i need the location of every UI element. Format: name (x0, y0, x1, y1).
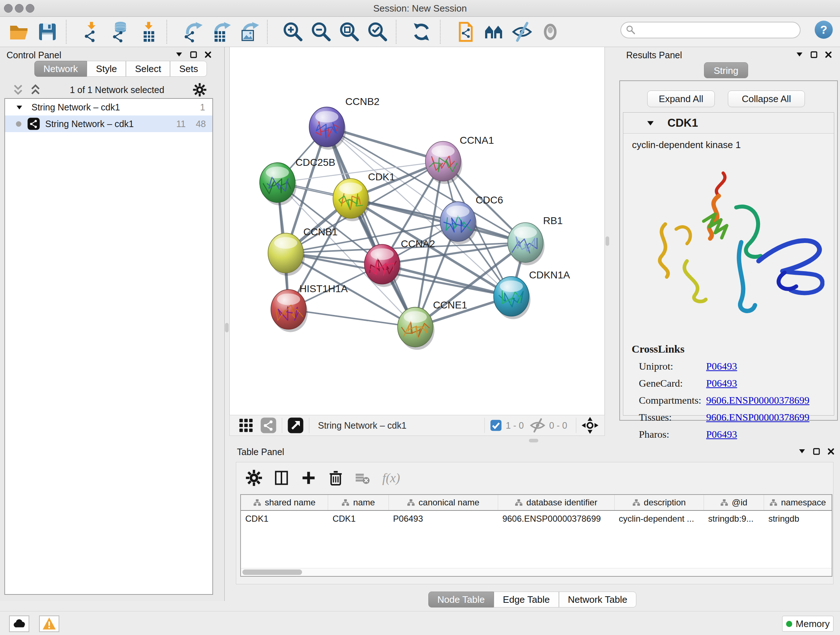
show-all-nodes-edges-button[interactable] (536, 19, 564, 45)
panel-collapse-icon[interactable] (174, 51, 184, 59)
hide-selected-button[interactable] (508, 19, 536, 45)
zoom-selected-region-button[interactable] (363, 19, 392, 45)
memory-button[interactable]: Memory (782, 616, 834, 632)
node-CCNA2[interactable] (364, 244, 401, 287)
column-header-id[interactable]: @id (704, 495, 764, 510)
show-columns-icon[interactable] (273, 470, 290, 486)
node-CCNB1[interactable] (268, 233, 305, 276)
tab-style[interactable]: Style (87, 61, 126, 77)
tab-edge-table[interactable]: Edge Table (494, 592, 559, 608)
apply-preferred-layout-button[interactable] (407, 19, 436, 45)
tab-string[interactable]: String (704, 62, 748, 78)
node-CDK1[interactable] (333, 179, 370, 221)
table-cell[interactable]: cyclin-dependent ... (614, 511, 704, 527)
table-close-icon[interactable] (826, 448, 836, 455)
network-graph[interactable]: CCNB2CCNA1CDC25BCDK1CDC6RB1CCNB1CCNA2CDK… (230, 47, 605, 414)
open-session-button[interactable] (5, 19, 33, 45)
left-splitter-handle[interactable] (225, 323, 229, 333)
results-float-icon[interactable] (809, 51, 819, 59)
network-view-canvas[interactable]: CCNB2CCNA1CDC25BCDK1CDC6RB1CCNB1CCNA2CDK… (229, 47, 605, 415)
birdseye-view-icon[interactable] (581, 417, 599, 434)
expand-all-networks-icon[interactable] (30, 84, 41, 96)
crosslink-link[interactable]: 9606.ENSP00000378699 (706, 412, 809, 423)
node-CDC6[interactable] (440, 202, 477, 244)
zoom-fit-content-button[interactable] (335, 19, 363, 45)
node-CDKN1A[interactable] (494, 277, 531, 319)
network-row-selected[interactable]: String Network – cdk1 11 48 (5, 116, 212, 132)
collapse-all-networks-icon[interactable] (12, 84, 24, 96)
zoom-out-button[interactable] (307, 19, 335, 45)
network-view-icon[interactable] (260, 417, 277, 434)
help-button[interactable]: ? (815, 21, 833, 39)
crosslink-link[interactable]: 9606.ENSP00000378699 (706, 394, 809, 406)
table-collapse-icon[interactable] (797, 448, 807, 455)
export-image-button[interactable] (234, 19, 263, 45)
table-cell[interactable]: 9606.ENSP00000378699 (498, 511, 615, 527)
table-options-gear-icon[interactable] (246, 470, 262, 486)
collection-expander-icon[interactable] (16, 104, 23, 111)
right-splitter-handle[interactable] (606, 236, 609, 246)
table-cell[interactable]: CDK1 (241, 511, 328, 527)
import-network-from-database-button[interactable] (106, 19, 134, 45)
table-cell[interactable]: P06493 (389, 511, 498, 527)
scrollbar-thumb[interactable] (242, 570, 302, 575)
table-float-icon[interactable] (812, 448, 821, 455)
node-CCNE1[interactable] (398, 307, 434, 350)
export-table-button[interactable] (206, 19, 234, 45)
tab-sets[interactable]: Sets (170, 61, 207, 77)
import-table-from-file-button[interactable] (134, 19, 162, 45)
tab-select[interactable]: Select (126, 61, 170, 77)
detach-view-icon[interactable] (287, 417, 304, 434)
node-RB1[interactable] (508, 223, 545, 265)
results-collapse-icon[interactable] (795, 51, 804, 59)
entry-header[interactable]: CDK1 (623, 112, 834, 134)
table-row[interactable]: CDK1CDK1P064939606.ENSP00000378699cyclin… (241, 511, 832, 527)
results-close-icon[interactable] (824, 51, 833, 59)
node-HIST1H1A[interactable] (271, 290, 308, 333)
column-header-canonical-name[interactable]: canonical name (389, 495, 498, 510)
expand-all-button[interactable]: Expand All (647, 90, 715, 107)
crosslink-link[interactable]: P06493 (706, 429, 737, 440)
table-cell[interactable]: stringdb:9... (704, 511, 764, 527)
table-cell[interactable]: CDK1 (328, 511, 388, 527)
export-network-button[interactable] (178, 19, 206, 45)
cloud-status-button[interactable] (9, 616, 29, 632)
table-horizontal-scrollbar[interactable] (241, 568, 832, 576)
panel-close-icon[interactable] (203, 51, 213, 59)
new-network-from-selection-button[interactable] (452, 19, 480, 45)
collapse-all-button[interactable]: Collapse All (728, 90, 805, 107)
column-header-database-identifier[interactable]: database identifier (498, 495, 615, 510)
column-header-shared-name[interactable]: shared name (241, 495, 328, 510)
network-collection-row[interactable]: String Network – cdk1 1 (5, 99, 212, 116)
save-session-button[interactable] (33, 19, 62, 45)
edge-CCNB2-CCNE1[interactable] (327, 127, 415, 327)
crosslink-link[interactable]: P06493 (706, 361, 737, 372)
network-options-gear-icon[interactable] (193, 83, 207, 97)
column-header-namespace[interactable]: namespace (764, 495, 832, 510)
tab-network[interactable]: Network (34, 61, 87, 77)
zoom-in-button[interactable] (279, 19, 307, 45)
column-header-name[interactable]: name (328, 495, 388, 510)
entry-expander-icon[interactable] (646, 119, 654, 127)
search-input[interactable] (636, 25, 800, 35)
import-network-from-file-button[interactable] (77, 19, 106, 45)
warnings-button[interactable] (39, 616, 59, 632)
node-CCNA1[interactable] (425, 141, 462, 184)
column-header-description[interactable]: description (615, 495, 704, 510)
delete-column-icon[interactable] (327, 470, 344, 486)
first-neighbors-of-selected-button[interactable] (480, 19, 508, 45)
panel-float-icon[interactable] (189, 51, 198, 59)
horizontal-splitter-handle[interactable] (529, 439, 538, 442)
node-CCNB2[interactable] (309, 107, 346, 150)
node-CDC25B[interactable] (260, 163, 297, 205)
grid-view-icon[interactable] (238, 417, 254, 434)
create-column-icon[interactable] (301, 470, 317, 486)
column-type-icon (769, 499, 777, 507)
tab-node-table[interactable]: Node Table (428, 592, 494, 608)
crosslink-link[interactable]: P06493 (706, 378, 737, 389)
node-label-HIST1H1A: HIST1H1A (300, 283, 348, 295)
table-cell[interactable]: stringdb (764, 511, 832, 527)
tab-network-table[interactable]: Network Table (559, 592, 636, 608)
selected-count-checkbox-icon[interactable] (490, 419, 502, 432)
search-box[interactable] (621, 22, 801, 38)
